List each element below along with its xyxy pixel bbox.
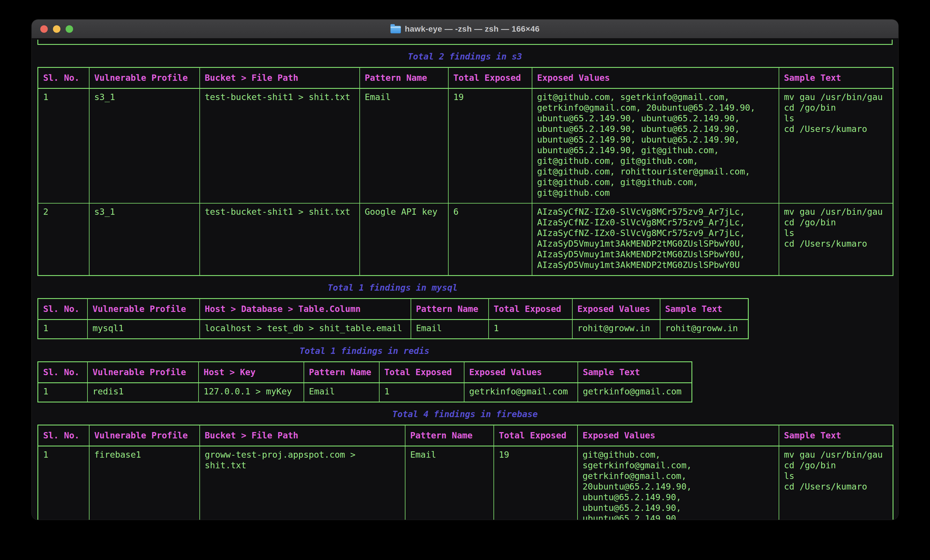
col-sl-no: Sl. No. bbox=[38, 299, 88, 320]
cell-total-exposed: 1 bbox=[489, 320, 572, 339]
section-mysql: Total 1 findings in mysql Sl. No. Vulner… bbox=[37, 282, 748, 339]
col-exposed-values: Exposed Values bbox=[572, 299, 660, 320]
traffic-lights bbox=[40, 25, 73, 33]
table-header-row: Sl. No. Vulnerable Profile Bucket > File… bbox=[38, 68, 893, 89]
section-firebase: Total 4 findings in firebase Sl. No. Vul… bbox=[37, 409, 893, 520]
cell-pattern-name: Email bbox=[405, 446, 494, 520]
cell-vulnerable-profile: s3_1 bbox=[89, 89, 200, 204]
table-row: 2 s3_1 test-bucket-shit1 > shit.txt Goog… bbox=[38, 203, 893, 276]
terminal-window: hawk-eye — -zsh — zsh — 166×46 Total 2 f… bbox=[32, 20, 898, 520]
col-total-exposed: Total Exposed bbox=[448, 68, 532, 89]
col-vulnerable-profile: Vulnerable Profile bbox=[89, 68, 200, 89]
cell-total-exposed: 19 bbox=[448, 89, 532, 204]
findings-heading-mysql: Total 1 findings in mysql bbox=[37, 282, 748, 293]
cell-pattern-name: Email bbox=[304, 383, 379, 402]
col-sl-no: Sl. No. bbox=[38, 68, 89, 89]
cell-sample-text: mv gau /usr/bin/gau cd /go/bin ls cd /Us… bbox=[779, 203, 893, 276]
col-sl-no: Sl. No. bbox=[38, 362, 88, 383]
cell-sl-no: 1 bbox=[38, 89, 89, 204]
cell-vulnerable-profile: s3_1 bbox=[89, 203, 200, 276]
cell-sl-no: 1 bbox=[38, 383, 88, 402]
col-total-exposed: Total Exposed bbox=[379, 362, 464, 383]
cell-sample-text: rohit@groww.in bbox=[660, 320, 748, 339]
section-redis: Total 1 findings in redis Sl. No. Vulner… bbox=[37, 345, 691, 402]
col-pattern-name: Pattern Name bbox=[360, 68, 448, 89]
previous-table-bottom-edge bbox=[37, 40, 893, 45]
cell-bucket-file-path: groww-test-proj.appspot.com > shit.txt bbox=[200, 446, 405, 520]
zoom-button[interactable] bbox=[66, 25, 73, 33]
col-pattern-name: Pattern Name bbox=[411, 299, 489, 320]
cell-sl-no: 1 bbox=[38, 446, 89, 520]
col-exposed-values: Exposed Values bbox=[464, 362, 578, 383]
table-row: 1 redis1 127.0.0.1 > myKey Email 1 getrk… bbox=[38, 383, 692, 402]
findings-table-s3: Sl. No. Vulnerable Profile Bucket > File… bbox=[37, 67, 893, 276]
col-total-exposed: Total Exposed bbox=[489, 299, 572, 320]
cell-bucket-file-path: test-bucket-shit1 > shit.txt bbox=[200, 203, 360, 276]
col-sample-text: Sample Text bbox=[779, 425, 893, 446]
findings-heading-redis: Total 1 findings in redis bbox=[37, 345, 691, 356]
cell-exposed-values: rohit@groww.in bbox=[572, 320, 660, 339]
col-pattern-name: Pattern Name bbox=[405, 425, 494, 446]
col-vulnerable-profile: Vulnerable Profile bbox=[88, 299, 200, 320]
findings-table-mysql: Sl. No. Vulnerable Profile Host > Databa… bbox=[37, 298, 749, 339]
cell-sample-text: getrkinfo@gmail.com bbox=[578, 383, 692, 402]
cell-pattern-name: Google API key bbox=[360, 203, 448, 276]
col-vulnerable-profile: Vulnerable Profile bbox=[89, 425, 200, 446]
cell-sample-text: mv gau /usr/bin/gau cd /go/bin ls cd /Us… bbox=[779, 89, 893, 204]
close-button[interactable] bbox=[40, 25, 48, 33]
findings-heading-firebase: Total 4 findings in firebase bbox=[37, 409, 893, 419]
col-exposed-values: Exposed Values bbox=[532, 68, 779, 89]
cell-bucket-file-path: test-bucket-shit1 > shit.txt bbox=[200, 89, 360, 204]
cell-pattern-name: Email bbox=[360, 89, 448, 204]
findings-table-firebase: Sl. No. Vulnerable Profile Bucket > File… bbox=[37, 425, 893, 520]
cell-vulnerable-profile: redis1 bbox=[88, 383, 199, 402]
cell-pattern-name: Email bbox=[411, 320, 489, 339]
col-exposed-values: Exposed Values bbox=[577, 425, 779, 446]
col-bucket-file-path: Bucket > File Path bbox=[200, 68, 360, 89]
table-row: 1 s3_1 test-bucket-shit1 > shit.txt Emai… bbox=[38, 89, 893, 204]
table-row: 1 mysql1 localhost > test_db > shit_tabl… bbox=[38, 320, 748, 339]
findings-table-redis: Sl. No. Vulnerable Profile Host > Key Pa… bbox=[37, 361, 692, 402]
cell-total-exposed: 19 bbox=[494, 446, 577, 520]
cell-exposed-values: git@github.com, sgetrkinfo@gmail.com, ge… bbox=[577, 446, 779, 520]
terminal-output[interactable]: Total 2 findings in s3 Sl. No. Vulnerabl… bbox=[32, 38, 898, 520]
minimize-button[interactable] bbox=[53, 25, 60, 33]
cell-sl-no: 2 bbox=[38, 203, 89, 276]
table-header-row: Sl. No. Vulnerable Profile Host > Databa… bbox=[38, 299, 748, 320]
col-host-key: Host > Key bbox=[199, 362, 304, 383]
col-sl-no: Sl. No. bbox=[38, 425, 89, 446]
cell-exposed-values: AIzaSyCfNZ-IZx0-SlVcVg8MCr575zv9_Ar7jLc,… bbox=[532, 203, 779, 276]
table-header-row: Sl. No. Vulnerable Profile Bucket > File… bbox=[38, 425, 893, 446]
cell-host-database-column: localhost > test_db > shit_table.email bbox=[200, 320, 411, 339]
cell-sl-no: 1 bbox=[38, 320, 88, 339]
findings-heading-s3: Total 2 findings in s3 bbox=[37, 51, 893, 62]
cell-host-key: 127.0.0.1 > myKey bbox=[199, 383, 304, 402]
cell-total-exposed: 1 bbox=[379, 383, 464, 402]
col-sample-text: Sample Text bbox=[660, 299, 748, 320]
table-row: 1 firebase1 groww-test-proj.appspot.com … bbox=[38, 446, 893, 520]
folder-icon bbox=[391, 26, 401, 33]
table-header-row: Sl. No. Vulnerable Profile Host > Key Pa… bbox=[38, 362, 692, 383]
window-title-group: hawk-eye — -zsh — zsh — 166×46 bbox=[391, 25, 540, 34]
cell-sample-text: mv gau /usr/bin/gau cd /go/bin ls cd /Us… bbox=[779, 446, 893, 520]
window-title: hawk-eye — -zsh — zsh — 166×46 bbox=[405, 25, 540, 34]
cell-vulnerable-profile: mysql1 bbox=[88, 320, 200, 339]
col-sample-text: Sample Text bbox=[779, 68, 893, 89]
col-host-database-column: Host > Database > Table.Column bbox=[200, 299, 411, 320]
col-bucket-file-path: Bucket > File Path bbox=[200, 425, 405, 446]
section-s3: Total 2 findings in s3 Sl. No. Vulnerabl… bbox=[37, 51, 893, 276]
col-vulnerable-profile: Vulnerable Profile bbox=[88, 362, 199, 383]
col-sample-text: Sample Text bbox=[578, 362, 692, 383]
window-titlebar[interactable]: hawk-eye — -zsh — zsh — 166×46 bbox=[32, 20, 898, 38]
cell-total-exposed: 6 bbox=[448, 203, 532, 276]
cell-exposed-values: getrkinfo@gmail.com bbox=[464, 383, 578, 402]
col-pattern-name: Pattern Name bbox=[304, 362, 379, 383]
cell-vulnerable-profile: firebase1 bbox=[89, 446, 200, 520]
col-total-exposed: Total Exposed bbox=[494, 425, 577, 446]
cell-exposed-values: git@github.com, sgetrkinfo@gmail.com, ge… bbox=[532, 89, 779, 204]
